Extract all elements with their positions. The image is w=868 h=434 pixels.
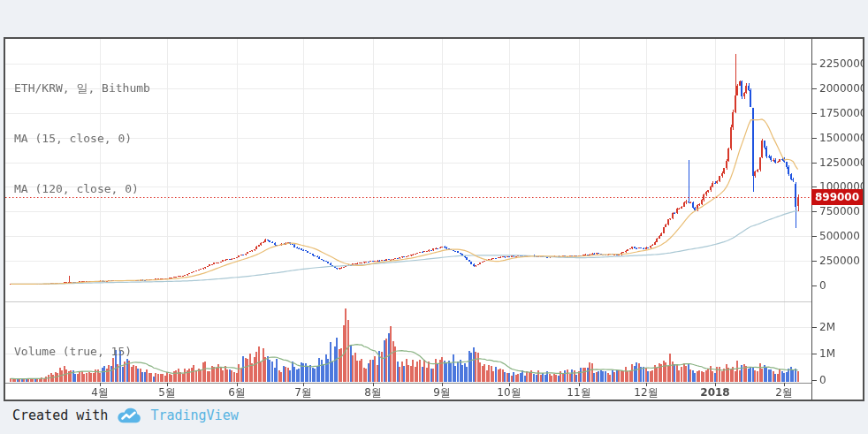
volume-pane-legend: Volume (true, 15) bbox=[14, 309, 132, 393]
legend-ma120: MA (120, close, 0) bbox=[14, 180, 150, 197]
legend-volume: Volume (true, 15) bbox=[14, 343, 132, 360]
chart-frame: ETH/KRW, 일, Bithumb MA (15, close, 0) MA… bbox=[4, 37, 864, 401]
main-pane-legend: ETH/KRW, 일, Bithumb MA (15, close, 0) MA… bbox=[14, 46, 150, 231]
legend-symbol: ETH/KRW, 일, Bithumb bbox=[14, 80, 150, 96]
legend-ma15: MA (15, close, 0) bbox=[14, 130, 150, 147]
snapshot-footer: Created with TradingView bbox=[12, 404, 239, 427]
tradingview-logo-icon[interactable] bbox=[116, 407, 142, 425]
created-with-label: Created with bbox=[12, 407, 108, 423]
tradingview-brand-link[interactable]: TradingView bbox=[150, 407, 238, 423]
